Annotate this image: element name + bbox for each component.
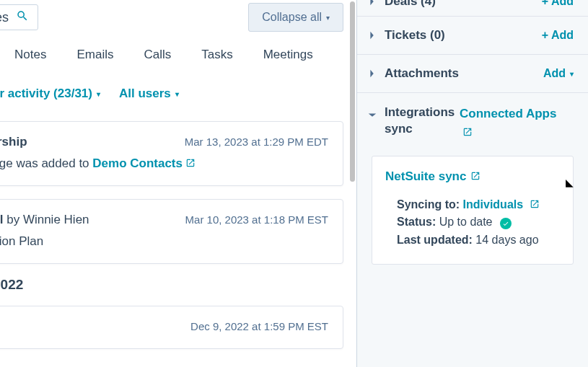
collapse-all-label: Collapse all xyxy=(262,11,322,24)
scrollbar[interactable] xyxy=(348,0,356,367)
status-row: Status: Up to date xyxy=(397,216,558,229)
activity-card-body: entation Plan xyxy=(0,234,328,249)
status-ok-icon xyxy=(500,218,512,229)
add-ticket-button[interactable]: + Add xyxy=(542,29,574,42)
integrations-section-header[interactable]: Integrations sync Connected Apps xyxy=(357,93,588,149)
connected-apps-link[interactable]: Connected Apps xyxy=(460,105,556,141)
tab-emails[interactable]: Emails xyxy=(76,48,113,62)
external-link-icon xyxy=(470,169,481,184)
integrations-label: Integrations sync xyxy=(380,105,460,138)
collapse-all-button[interactable]: Collapse all ▾ xyxy=(248,3,343,32)
syncing-to-link[interactable]: Individuals xyxy=(463,198,540,211)
add-deal-button[interactable]: + Add xyxy=(542,0,574,8)
external-link-icon xyxy=(530,198,540,211)
deals-section-header[interactable]: Deals (4) + Add xyxy=(357,0,588,17)
activity-card[interactable]: ew Dec 9, 2022 at 1:59 PM EST xyxy=(0,306,343,349)
activity-card-date: Dec 9, 2022 at 1:59 PM EST xyxy=(190,320,328,332)
deals-label: Deals (4) xyxy=(380,0,542,9)
filter-users-dropdown[interactable]: All users ▾ xyxy=(119,87,179,101)
tab-meetings[interactable]: Meetings xyxy=(263,48,313,62)
netsuite-sync-link[interactable]: NetSuite sync xyxy=(385,169,481,184)
activity-card-title: email by Winnie Hien xyxy=(0,213,89,227)
activity-search-label: ivities xyxy=(0,10,16,25)
search-icon[interactable] xyxy=(16,9,29,25)
tab-tasks[interactable]: Tasks xyxy=(201,48,232,62)
syncing-to-row: Syncing to: Individuals xyxy=(397,198,558,211)
activity-card-date: Mar 13, 2023 at 1:29 PM EDT xyxy=(185,136,328,148)
demo-contacts-link[interactable]: Demo Contacts xyxy=(92,156,196,170)
activity-card[interactable]: email by Winnie Hien Mar 10, 2023 at 1:1… xyxy=(0,199,343,264)
caret-down-icon: ▾ xyxy=(326,14,330,22)
chevron-right-icon[interactable] xyxy=(364,68,380,79)
tickets-label: Tickets (0) xyxy=(380,28,542,43)
filter-activity-label: er activity (23/31) xyxy=(0,87,92,101)
chevron-down-icon[interactable] xyxy=(364,105,380,119)
activity-card[interactable]: mbership Mar 13, 2023 at 1:29 PM EDT Geo… xyxy=(0,121,343,186)
tab-notes[interactable]: Notes xyxy=(14,48,46,62)
chevron-right-icon[interactable] xyxy=(364,30,380,40)
netsuite-sync-card: NetSuite sync Syncing to: Individuals St… xyxy=(372,156,574,265)
external-link-icon xyxy=(185,156,196,171)
external-link-icon xyxy=(462,123,473,142)
caret-down-icon: ▾ xyxy=(175,90,179,98)
activity-tabs: Notes Emails Calls Tasks Meetings xyxy=(0,40,356,72)
attachments-section-header[interactable]: Attachments Add ▾ xyxy=(357,55,588,93)
tab-calls[interactable]: Calls xyxy=(144,48,171,62)
tickets-section-header[interactable]: Tickets (0) + Add xyxy=(357,17,588,55)
activity-body-text: George was added to xyxy=(0,156,92,170)
filter-users-label: All users xyxy=(119,87,171,101)
attachments-label: Attachments xyxy=(380,66,543,81)
activity-card-title: mbership xyxy=(0,135,27,149)
activity-card-date: Mar 10, 2023 at 1:18 PM EST xyxy=(185,213,328,226)
last-updated-row: Last updated: 14 days ago xyxy=(397,234,558,247)
add-attachment-button[interactable]: Add ▾ xyxy=(543,67,574,80)
activity-search[interactable]: ivities xyxy=(0,4,38,30)
caret-down-icon: ▾ xyxy=(570,70,574,78)
chevron-right-icon[interactable] xyxy=(364,0,380,6)
caret-down-icon: ▾ xyxy=(97,90,100,98)
year-divider: 2022 xyxy=(0,277,356,293)
filter-activity-dropdown[interactable]: er activity (23/31) ▾ xyxy=(0,87,100,101)
scrollbar-thumb[interactable] xyxy=(350,1,355,182)
activity-card-body: George was added to Demo Contacts xyxy=(0,156,328,171)
